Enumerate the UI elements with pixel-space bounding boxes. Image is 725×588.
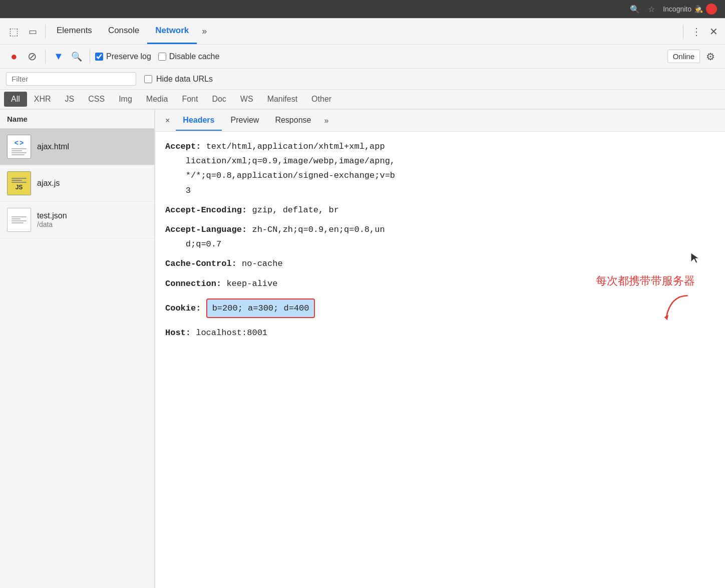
disable-cache-checkbox[interactable] (158, 53, 166, 61)
tab-elements[interactable]: Elements (49, 19, 100, 44)
annotation-arrow-svg (655, 293, 695, 324)
file-item-ajax-js[interactable]: JS ajax.js (0, 165, 154, 202)
annotation: 每次都携带带服务器 (596, 272, 695, 324)
accept-header-3: */*;q=0.8,application/signed-exchange;v=… (165, 169, 715, 182)
type-css[interactable]: CSS (81, 92, 112, 107)
tab-separator-2 (683, 25, 683, 39)
devtools-panel: ⬚ ▭ Elements Console Network » ⋮ ✕ ● ⊘ ▼… (0, 18, 725, 588)
preserve-log-group[interactable]: Preserve log (95, 52, 151, 61)
file-list-header: Name (0, 110, 154, 129)
ajax-js-name: ajax.js (37, 179, 60, 188)
inspector-icon[interactable]: ▭ (24, 26, 42, 37)
hide-data-urls-checkbox[interactable] (144, 75, 152, 83)
cookie-value: b=200; a=300; d=400 (206, 299, 315, 318)
filter-row: Hide data URLs (0, 69, 725, 90)
devtools-main: Name < > (0, 110, 725, 588)
record-button[interactable]: ● (6, 49, 22, 65)
ctrl-separator-1 (45, 50, 46, 64)
devtools-controls-row: ● ⊘ ▼ 🔍 Preserve log Disable cache Onlin… (0, 45, 725, 69)
devtools-tabs-row: ⬚ ▭ Elements Console Network » ⋮ ✕ (0, 19, 725, 45)
settings-button[interactable]: ⚙ (702, 51, 719, 63)
type-xhr[interactable]: XHR (27, 92, 58, 107)
disable-cache-group[interactable]: Disable cache (158, 52, 220, 61)
host-header: Host: localhost:8001 (165, 326, 715, 340)
svg-marker-1 (691, 253, 699, 263)
accept-encoding-header: Accept-Encoding: gzip, deflate, br (165, 203, 715, 217)
devtools-menu-button[interactable]: ⋮ (686, 26, 706, 38)
devtools-close-button[interactable]: ✕ (706, 26, 721, 38)
preserve-log-checkbox[interactable] (95, 53, 103, 61)
hide-data-urls-label: Hide data URLs (156, 75, 213, 84)
accept-header-2: lication/xml;q=0.9,image/webp,image/apng… (165, 154, 715, 168)
type-manifest[interactable]: Manifest (260, 92, 304, 107)
file-list: Name < > (0, 110, 155, 588)
detail-tab-headers[interactable]: Headers (176, 111, 221, 131)
ajax-html-icon: < > (7, 135, 31, 159)
headers-content: Accept: text/html,application/xhtml+xml,… (155, 132, 725, 349)
type-js[interactable]: JS (58, 92, 82, 107)
detail-tab-preview[interactable]: Preview (224, 111, 266, 131)
preserve-log-label: Preserve log (106, 52, 151, 61)
type-other[interactable]: Other (304, 92, 338, 107)
detail-panel: × Headers Preview Response » Accept: tex… (155, 110, 725, 588)
accept-header: Accept: text/html,application/xhtml+xml,… (165, 140, 715, 153)
type-doc[interactable]: Doc (205, 92, 233, 107)
annotation-text: 每次都携带带服务器 (596, 272, 695, 289)
ctrl-separator-2 (90, 50, 90, 64)
accept-language-header: Accept-Language: zh-CN,zh;q=0.9,en;q=0.8… (165, 223, 715, 236)
cursor-icon[interactable]: ⬚ (4, 26, 24, 38)
search-icon: 🔍 (630, 5, 640, 14)
tab-more[interactable]: » (197, 26, 212, 37)
tab-console[interactable]: Console (100, 19, 147, 44)
test-json-icon (7, 208, 31, 232)
ajax-html-name: ajax.html (37, 142, 69, 151)
type-media[interactable]: Media (139, 92, 175, 107)
star-icon: ☆ (648, 5, 655, 14)
online-selector[interactable]: Online (667, 50, 700, 63)
incognito-text: Incognito (663, 5, 691, 13)
type-all[interactable]: All (4, 92, 27, 107)
incognito-label: Incognito 🕵 (663, 4, 717, 15)
file-item-test-json[interactable]: test.json /data (0, 202, 154, 238)
disable-cache-label: Disable cache (169, 52, 220, 61)
search-network-button[interactable]: 🔍 (69, 49, 85, 65)
filter-input[interactable] (6, 72, 136, 86)
stop-button[interactable]: ⊘ (24, 49, 40, 65)
type-ws[interactable]: WS (233, 92, 260, 107)
accept-language-header-2: d;q=0.7 (165, 237, 715, 251)
ajax-js-icon: JS (7, 171, 31, 195)
cache-control-header: Cache-Control: no-cache (165, 257, 715, 270)
detail-tab-response[interactable]: Response (268, 111, 318, 131)
profile-icon (706, 4, 717, 15)
browser-bar: 🔍 ☆ Incognito 🕵 (0, 0, 725, 18)
type-font[interactable]: Font (175, 92, 205, 107)
resource-type-filter: All XHR JS CSS Img Media Font Doc WS Man… (0, 90, 725, 110)
cursor-indicator (690, 252, 700, 268)
incognito-icon: 🕵 (694, 5, 703, 13)
tab-network[interactable]: Network (147, 19, 197, 44)
hide-data-urls-group[interactable]: Hide data URLs (144, 75, 213, 84)
tab-separator-1 (45, 25, 46, 39)
detail-close-button[interactable]: × (161, 116, 174, 125)
test-json-info: test.json /data (37, 211, 67, 228)
type-img[interactable]: Img (112, 92, 139, 107)
detail-tabs: × Headers Preview Response » (155, 110, 725, 132)
file-item-ajax-html[interactable]: < > ajax.html (0, 129, 154, 165)
accept-header-4: 3 (165, 184, 715, 197)
filter-button[interactable]: ▼ (51, 49, 67, 65)
detail-tab-more[interactable]: » (320, 116, 332, 125)
